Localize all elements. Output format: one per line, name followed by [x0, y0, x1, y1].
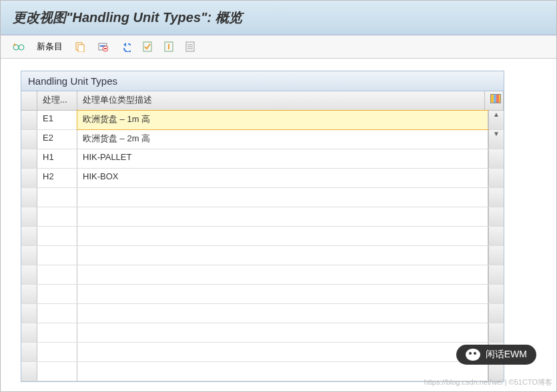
cell-desc[interactable] — [77, 246, 488, 265]
scrollbar-track[interactable] — [488, 285, 504, 303]
cell-desc[interactable] — [77, 323, 488, 342]
col-header-desc[interactable]: 处理单位类型描述 — [77, 91, 485, 110]
col-header-code[interactable]: 处理... — [37, 91, 77, 110]
row-selector[interactable] — [21, 265, 37, 284]
cell-code[interactable]: H1 — [37, 149, 77, 168]
delete-button[interactable] — [95, 40, 111, 53]
cell-code[interactable] — [37, 285, 77, 303]
cell-desc[interactable] — [77, 304, 488, 323]
table-row[interactable] — [21, 227, 504, 246]
config-icon — [185, 41, 195, 52]
scrollbar-track[interactable] — [488, 246, 504, 265]
cell-desc[interactable]: HIK-BOX — [77, 169, 488, 187]
undo-icon — [120, 41, 131, 52]
scroll-up-button[interactable]: ▲ — [488, 111, 504, 129]
glasses-icon — [13, 42, 25, 51]
cell-desc[interactable] — [77, 285, 488, 303]
scrollbar-track[interactable] — [488, 323, 504, 342]
wechat-badge: 闲话EWM — [456, 345, 536, 365]
table-row[interactable] — [21, 343, 504, 362]
cell-code[interactable]: E2 — [37, 130, 77, 149]
scroll-down-button[interactable]: ▼ — [488, 130, 504, 149]
new-entry-label: 新条目 — [37, 41, 63, 53]
row-selector[interactable] — [21, 207, 37, 226]
table-header-row: 处理...处理单位类型描述 — [21, 91, 504, 111]
table-row[interactable] — [21, 207, 504, 227]
title-bar: 更改视图"Handling Unit Types": 概览 — [1, 1, 556, 35]
select-all-icon — [143, 41, 152, 52]
table-row[interactable]: E1欧洲货盘 – 1m 高▲ — [21, 111, 504, 130]
select-all-cell[interactable] — [21, 91, 37, 110]
row-selector[interactable] — [21, 304, 37, 323]
copy-button[interactable] — [72, 40, 88, 53]
cell-code[interactable] — [37, 265, 77, 284]
table-row[interactable] — [21, 265, 504, 285]
row-selector[interactable] — [21, 362, 37, 381]
table-row[interactable] — [21, 188, 504, 207]
scrollbar-track[interactable] — [488, 304, 504, 323]
svg-point-1 — [19, 45, 24, 50]
deselect-all-button[interactable] — [161, 40, 176, 53]
cell-desc[interactable] — [77, 188, 488, 207]
table-panel: Handling Unit Types 处理...处理单位类型描述E1欧洲货盘 … — [21, 71, 504, 382]
row-selector[interactable] — [21, 111, 37, 129]
cell-desc[interactable] — [77, 227, 488, 245]
page-title: 更改视图"Handling Unit Types": 概览 — [13, 10, 242, 25]
cell-desc[interactable] — [77, 343, 488, 361]
table-row[interactable] — [21, 246, 504, 265]
wechat-label: 闲话EWM — [486, 349, 527, 361]
row-selector[interactable] — [21, 227, 37, 245]
table-settings-button[interactable] — [485, 91, 504, 110]
table-row[interactable] — [21, 323, 504, 343]
scrollbar-track[interactable] — [488, 169, 504, 187]
scrollbar-track[interactable] — [488, 207, 504, 226]
scrollbar-track[interactable] — [488, 149, 504, 168]
cell-code[interactable]: E1 — [37, 111, 77, 129]
cell-desc[interactable]: HIK-PALLET — [77, 149, 488, 168]
cell-code[interactable] — [37, 323, 77, 342]
cell-code[interactable] — [37, 343, 77, 361]
row-selector[interactable] — [21, 285, 37, 303]
cell-desc[interactable]: 欧洲货盘 – 1m 高 — [77, 111, 488, 129]
delete-icon — [97, 41, 108, 52]
scrollbar-track[interactable] — [488, 227, 504, 245]
table-row[interactable]: H1HIK-PALLET — [21, 149, 504, 169]
svg-rect-3 — [78, 45, 84, 52]
cell-desc[interactable] — [77, 265, 488, 284]
toggle-view-button[interactable] — [10, 41, 27, 53]
row-selector[interactable] — [21, 246, 37, 265]
cell-code[interactable] — [37, 246, 77, 265]
cell-code[interactable] — [37, 207, 77, 226]
cell-desc[interactable]: 欧洲货盘 – 2m 高 — [77, 130, 488, 149]
copy-icon — [75, 41, 85, 52]
config-button[interactable] — [183, 40, 197, 53]
app-window: 更改视图"Handling Unit Types": 概览 新条目 — [0, 0, 557, 392]
undo-button[interactable] — [117, 40, 133, 53]
row-selector[interactable] — [21, 130, 37, 149]
table-settings-icon — [490, 94, 501, 103]
row-selector[interactable] — [21, 169, 37, 187]
cell-desc[interactable] — [77, 207, 488, 226]
scrollbar-track[interactable] — [488, 265, 504, 284]
table-row[interactable]: E2欧洲货盘 – 2m 高▼ — [21, 130, 504, 149]
row-selector[interactable] — [21, 149, 37, 168]
wechat-icon — [466, 349, 480, 361]
table-row[interactable]: H2HIK-BOX — [21, 169, 504, 188]
deselect-all-icon — [164, 41, 173, 52]
row-selector[interactable] — [21, 323, 37, 342]
select-all-button[interactable] — [140, 40, 155, 53]
cell-code[interactable] — [37, 188, 77, 207]
cell-code[interactable] — [37, 362, 77, 381]
table-row[interactable] — [21, 285, 504, 304]
table-row[interactable] — [21, 304, 504, 323]
new-entry-button[interactable]: 新条目 — [34, 39, 65, 54]
cell-code[interactable]: H2 — [37, 169, 77, 187]
data-grid: 处理...处理单位类型描述E1欧洲货盘 – 1m 高▲E2欧洲货盘 – 2m 高… — [21, 91, 504, 382]
row-selector[interactable] — [21, 188, 37, 207]
row-selector[interactable] — [21, 343, 37, 361]
cell-code[interactable] — [37, 304, 77, 323]
cell-code[interactable] — [37, 227, 77, 245]
panel-title: Handling Unit Types — [21, 71, 504, 91]
watermark: https://blog.csdn.net/wei | ©51CTO博客 — [424, 377, 552, 387]
scrollbar-track[interactable] — [488, 188, 504, 207]
